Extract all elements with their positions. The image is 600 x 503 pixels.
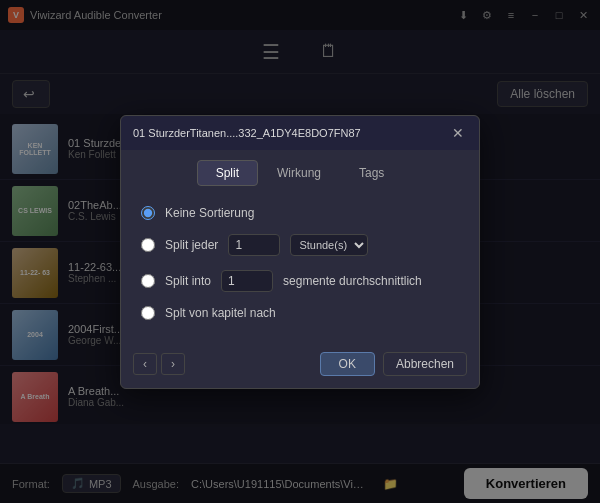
- modal-tab-wirkung[interactable]: Wirkung: [258, 160, 340, 186]
- modal-title: 01 SturzderTitanen....332_A1DY4E8DO7FN87: [133, 127, 449, 139]
- split-modal: 01 SturzderTitanen....332_A1DY4E8DO7FN87…: [120, 115, 480, 389]
- option-into-label: Split into: [165, 274, 211, 288]
- option-each-radio[interactable]: [141, 238, 155, 252]
- modal-body: Keine Sortierung Split jeder Stunde(s) M…: [121, 192, 479, 344]
- option-chapter-label: Splt von kapitel nach: [165, 306, 276, 320]
- option-each-unit[interactable]: Stunde(s) Minute(s): [290, 234, 368, 256]
- next-button[interactable]: ›: [161, 353, 185, 375]
- option-none-row: Keine Sortierung: [141, 206, 459, 220]
- modal-actions: OK Abbrechen: [320, 352, 467, 376]
- modal-tabs: SplitWirkungTags: [121, 150, 479, 192]
- option-into-row: Split into segmente durchschnittlich: [141, 270, 459, 292]
- option-none-label: Keine Sortierung: [165, 206, 254, 220]
- option-into-radio[interactable]: [141, 274, 155, 288]
- cancel-button[interactable]: Abbrechen: [383, 352, 467, 376]
- modal-nav: ‹ ›: [133, 353, 185, 375]
- ok-button[interactable]: OK: [320, 352, 375, 376]
- modal-close-button[interactable]: ✕: [449, 124, 467, 142]
- modal-tab-split[interactable]: Split: [197, 160, 258, 186]
- option-each-label: Split jeder: [165, 238, 218, 252]
- option-each-row: Split jeder Stunde(s) Minute(s): [141, 234, 459, 256]
- modal-tab-tags[interactable]: Tags: [340, 160, 403, 186]
- option-chapter-radio[interactable]: [141, 306, 155, 320]
- modal-overlay: 01 SturzderTitanen....332_A1DY4E8DO7FN87…: [0, 0, 600, 503]
- option-chapter-row: Splt von kapitel nach: [141, 306, 459, 320]
- option-into-number[interactable]: [221, 270, 273, 292]
- modal-header: 01 SturzderTitanen....332_A1DY4E8DO7FN87…: [121, 116, 479, 150]
- prev-button[interactable]: ‹: [133, 353, 157, 375]
- modal-footer: ‹ › OK Abbrechen: [121, 344, 479, 388]
- option-into-suffix: segmente durchschnittlich: [283, 274, 422, 288]
- option-none-radio[interactable]: [141, 206, 155, 220]
- option-each-number[interactable]: [228, 234, 280, 256]
